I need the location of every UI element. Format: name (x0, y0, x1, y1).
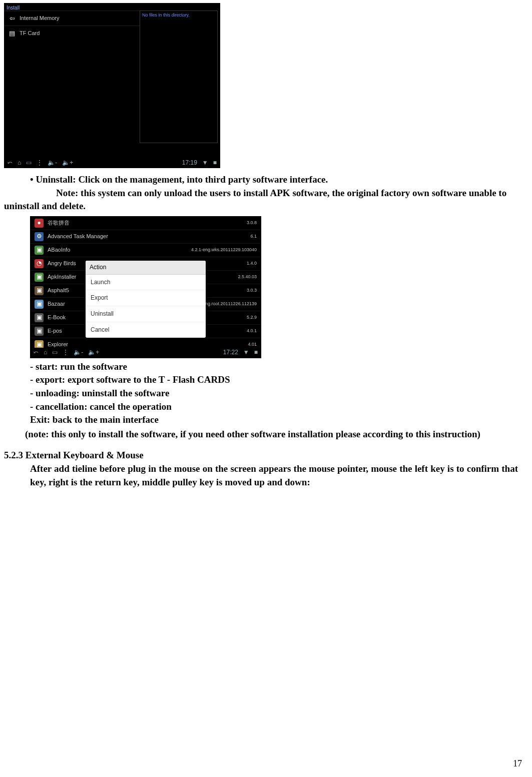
clock-text: 17:22 (223, 348, 238, 357)
app-meta: 1.4.0 (247, 260, 257, 267)
volume-down-icon: 🔈- (74, 348, 83, 357)
recent-icon: ▭ (26, 159, 32, 167)
app-row: ⚙Advanced Task Manager 6.1 (31, 230, 261, 244)
app-name: ApkInstaller (48, 273, 76, 281)
uninstall-bullet: • Uninstall: Click on the management, in… (30, 173, 518, 187)
app-meta: 6.1 (250, 233, 257, 240)
app-icon: ⚙ (35, 232, 44, 241)
dialog-item-cancel: Cancel (86, 322, 206, 338)
menu-icon: ⋮ (37, 159, 43, 167)
dialog-item-uninstall: Uninstall (86, 306, 206, 322)
volume-down-icon: 🔈- (48, 159, 57, 167)
home-icon: ⌂ (44, 348, 47, 357)
menu-icon: ⋮ (63, 348, 69, 357)
app-icon: ▣ (35, 273, 44, 282)
system-navbar: ⤺ ⌂ ▭ ⋮ 🔈- 🔈+ 17:22 ▼ ■ (31, 348, 261, 358)
app-icon: ● (35, 219, 44, 228)
app-meta: 4.2.1-eng.wks.20111229.103040 (191, 247, 257, 253)
app-icon: ▣ (35, 300, 44, 309)
empty-dir-text: No files in this directory. (142, 13, 190, 18)
app-name: 谷歌拼音 (48, 219, 70, 227)
install-note: (note: this only to install the software… (25, 428, 528, 441)
back-icon: ⤺ (34, 348, 39, 357)
def-unload: - unloading: uninstall the software (30, 387, 518, 400)
clock-text: 17:19 (182, 159, 197, 167)
app-row: ●谷歌拼音 3.0.8 (31, 217, 261, 230)
wifi-icon: ▼ (243, 348, 249, 357)
dialog-item-export: Export (86, 290, 206, 306)
install-memory-screenshot: Install ⇦ Internal Memory ▤ TF Card No f… (4, 3, 220, 168)
system-navbar: ⤺ ⌂ ▭ ⋮ 🔈- 🔈+ 17:19 ▼ ■ (5, 158, 220, 168)
app-name: Advanced Task Manager (48, 233, 108, 240)
app-meta: 4.0.1 (247, 328, 257, 334)
volume-up-icon: 🔈+ (88, 348, 99, 357)
back-icon: ⤺ (8, 159, 13, 167)
section-heading: 5.2.3 External Keyboard & Mouse (4, 449, 528, 462)
def-start: - start: run the software (30, 360, 518, 374)
app-meta: 5.2.9 (247, 314, 257, 321)
app-icon: ▣ (35, 286, 44, 295)
file-panel: No files in this directory. (140, 11, 218, 143)
app-name: Angry Birds (48, 260, 76, 267)
def-export: - export: export software to the T - Fla… (30, 373, 518, 387)
def-cancel: - cancellation: cancel the operation (30, 400, 518, 414)
action-dialog: Action Launch Export Uninstall Cancel (86, 261, 206, 338)
battery-icon: ■ (254, 348, 258, 357)
storage-item-internal: ⇦ Internal Memory (5, 11, 140, 26)
app-meta: 4.01 (248, 341, 257, 348)
app-name: Asphalt5 (48, 287, 69, 294)
note-uninstall: Note: this system can only unload the us… (4, 187, 528, 213)
volume-up-icon: 🔈+ (62, 159, 73, 167)
app-name: E-Book (48, 314, 66, 321)
app-name: ABaoInfo (48, 246, 70, 254)
storage-icon: ⇦ (9, 15, 16, 22)
app-meta: 2.5.40.03 (238, 274, 257, 280)
app-meta: 3.0.8 (247, 220, 257, 226)
battery-icon: ■ (213, 159, 217, 167)
app-icon: ◔ (35, 259, 44, 268)
app-icon: ▣ (35, 327, 44, 336)
dialog-title: Action (86, 261, 206, 275)
wifi-icon: ▼ (202, 159, 208, 167)
storage-label: TF Card (20, 30, 40, 37)
storage-list: ⇦ Internal Memory ▤ TF Card (5, 11, 140, 41)
app-meta: 3.0.3 (247, 287, 257, 294)
dialog-item-launch: Launch (86, 275, 206, 291)
recent-icon: ▭ (52, 348, 58, 357)
app-name: Bazaar (48, 300, 65, 308)
section-body: After add tieline before plug in the mou… (30, 462, 518, 489)
app-manager-screenshot: ●谷歌拼音 3.0.8 ⚙Advanced Task Manager 6.1 ▣… (30, 216, 261, 358)
app-icon: ▣ (35, 246, 44, 255)
storage-item-tfcard: ▤ TF Card (5, 26, 140, 41)
def-exit: Exit: back to the main interface (30, 413, 518, 427)
app-icon: ▣ (35, 313, 44, 322)
app-meta: eng.root.20111226.112139 (203, 301, 257, 307)
note-prefix: Note: (56, 188, 81, 198)
app-name: E-pos (48, 327, 62, 335)
storage-label: Internal Memory (20, 15, 59, 22)
sdcard-icon: ▤ (9, 30, 16, 37)
app-row: ▣ABaoInfo 4.2.1-eng.wks.20111229.103040 (31, 244, 261, 257)
home-icon: ⌂ (18, 159, 21, 167)
